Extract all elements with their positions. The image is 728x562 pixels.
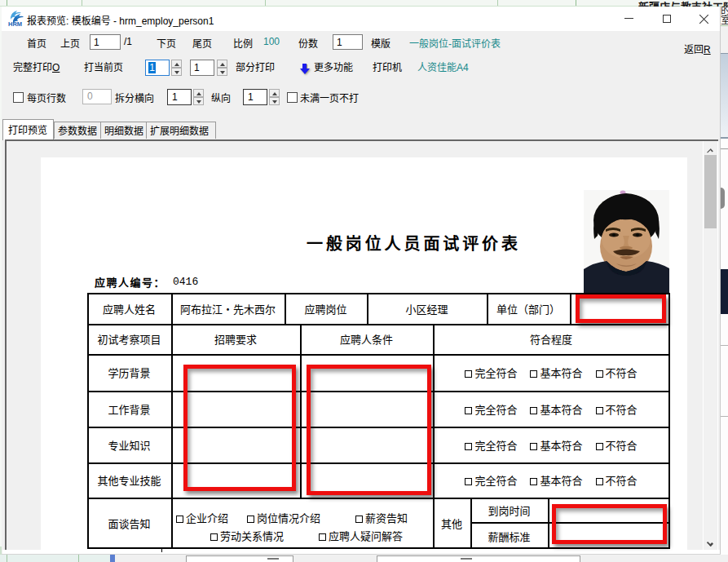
svg-text:HRM: HRM [8, 20, 22, 27]
